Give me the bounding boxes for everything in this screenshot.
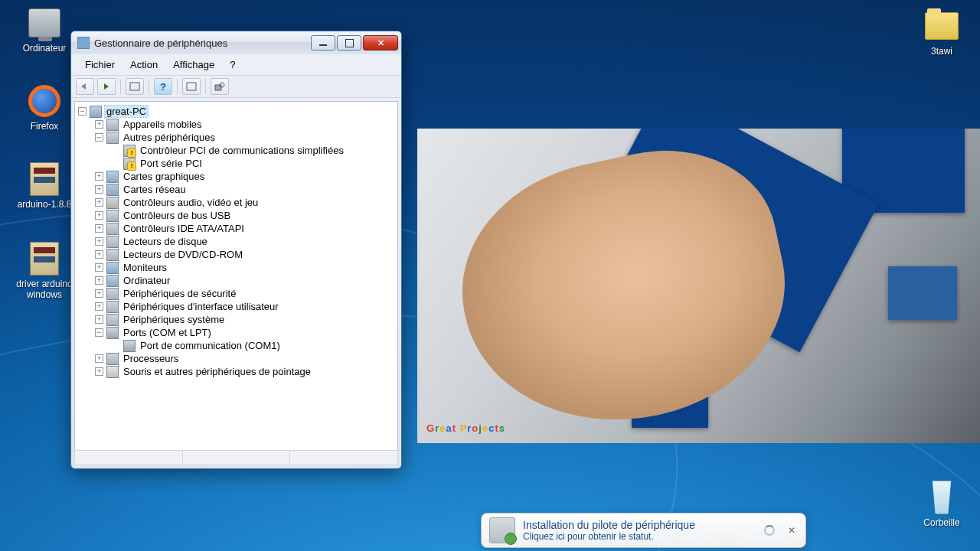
menu-fichier[interactable]: Fichier: [77, 57, 122, 72]
device-icon: [123, 145, 136, 157]
tree-node[interactable]: Port série PCI: [75, 157, 397, 170]
toolbar-forward-button[interactable]: [97, 78, 116, 95]
window-title: Gestionnaire de périphériques: [94, 37, 309, 49]
properties-icon: [186, 82, 197, 91]
device-tree[interactable]: –great-PC+Appareils mobiles–Autres périp…: [74, 101, 398, 452]
collapse-icon[interactable]: –: [95, 328, 103, 337]
device-icon: [106, 119, 119, 131]
device-icon: [106, 288, 119, 300]
archive-icon: [30, 242, 59, 276]
window-icon: [77, 37, 90, 49]
tree-spacer: [112, 146, 120, 155]
desktop-icon-computer[interactable]: Ordinateur: [14, 5, 75, 54]
video-overlay: Great Projects: [417, 129, 980, 443]
menu-help[interactable]: ?: [222, 57, 243, 72]
archive-icon: [30, 162, 59, 196]
toolbar-separator: [149, 79, 149, 94]
expand-icon[interactable]: +: [95, 198, 103, 207]
expand-icon[interactable]: +: [95, 120, 103, 129]
svg-rect-2: [215, 85, 221, 90]
toolbar-properties-button[interactable]: [182, 78, 201, 95]
tree-node[interactable]: +Périphériques d'interface utilisateur: [75, 300, 397, 313]
desktop-icon-label: arduino-1.8.8: [18, 199, 72, 210]
device-icon: [123, 340, 136, 352]
expand-icon[interactable]: +: [95, 354, 103, 363]
menu-action[interactable]: Action: [122, 57, 165, 72]
desktop-icon-recycle-bin[interactable]: Corbeille: [911, 479, 972, 528]
expand-icon[interactable]: +: [95, 367, 103, 376]
desktop-icon-firefox[interactable]: Firefox: [14, 83, 75, 132]
tree-node[interactable]: +Processeurs: [75, 352, 397, 365]
expand-icon[interactable]: +: [95, 211, 103, 220]
tree-node[interactable]: +Cartes graphiques: [75, 170, 397, 183]
titlebar[interactable]: Gestionnaire de périphériques: [71, 31, 401, 54]
tree-node[interactable]: +Lecteurs de disque: [75, 235, 397, 248]
balloon-heading: Installation du pilote de périphérique: [523, 519, 756, 531]
menu-affichage[interactable]: Affichage: [165, 57, 222, 72]
tree-node-label: Cartes graphiques: [122, 171, 206, 182]
maximize-button[interactable]: [337, 35, 361, 51]
tree-node[interactable]: Contrôleur PCI de communications simplif…: [75, 144, 397, 157]
expand-icon[interactable]: +: [95, 276, 103, 285]
device-icon: [106, 132, 119, 144]
svg-rect-0: [130, 83, 139, 90]
tree-node[interactable]: +Contrôleurs IDE ATA/ATAPI: [75, 222, 397, 235]
collapse-icon[interactable]: –: [78, 107, 87, 116]
desktop-icon-folder-3tawi[interactable]: 3tawi: [911, 8, 972, 57]
device-icon: [106, 301, 119, 313]
device-icon: [106, 197, 119, 209]
toolbar-scan-button[interactable]: [211, 78, 229, 95]
tree-node[interactable]: +Ordinateur: [75, 274, 397, 287]
collapse-icon[interactable]: –: [95, 133, 103, 142]
tree-node[interactable]: Port de communication (COM1): [75, 339, 397, 352]
tree-node[interactable]: –Ports (COM et LPT): [75, 326, 397, 339]
expand-icon[interactable]: +: [95, 250, 103, 259]
expand-icon[interactable]: +: [95, 237, 103, 246]
expand-icon[interactable]: +: [95, 185, 103, 194]
desktop-icon-driver[interactable]: driver arduino windows: [9, 240, 80, 300]
desktop-icon-label: 3tawi: [931, 46, 952, 57]
toolbar-back-button[interactable]: [76, 78, 94, 95]
toolbar-help-button[interactable]: ?: [154, 78, 172, 95]
tree-node[interactable]: +Contrôleurs audio, vidéo et jeu: [75, 196, 397, 209]
toolbar-show-hidden-button[interactable]: [126, 78, 144, 95]
tree-node[interactable]: +Souris et autres périphériques de point…: [75, 365, 397, 378]
tree-node[interactable]: –great-PC: [75, 105, 397, 118]
balloon-close-button[interactable]: ✕: [786, 524, 798, 536]
tree-node-label: Lecteurs de DVD/CD-ROM: [122, 249, 244, 260]
device-icon: [106, 314, 119, 326]
tree-node[interactable]: +Contrôleurs de bus USB: [75, 209, 397, 222]
expand-icon[interactable]: +: [95, 263, 103, 272]
tree-node-label: Périphériques système: [122, 314, 226, 325]
expand-icon[interactable]: +: [95, 224, 103, 233]
desktop-icon-label: driver arduino windows: [9, 279, 80, 300]
tree-node[interactable]: +Cartes réseau: [75, 183, 397, 196]
tree-node[interactable]: +Appareils mobiles: [75, 118, 397, 131]
tree-node[interactable]: +Périphériques de sécurité: [75, 287, 397, 300]
desktop-icon-arduino[interactable]: arduino-1.8.8: [9, 161, 80, 210]
expand-icon[interactable]: +: [95, 172, 103, 181]
tree-node[interactable]: –Autres périphériques: [75, 131, 397, 144]
circuit-board: [888, 266, 957, 320]
tree-spacer: [112, 159, 120, 168]
close-button[interactable]: [363, 35, 398, 51]
tree-node-label: Souris et autres périphériques de pointa…: [122, 366, 312, 377]
device-icon: [106, 275, 119, 287]
expand-icon[interactable]: +: [95, 302, 103, 311]
tree-node[interactable]: +Moniteurs: [75, 261, 397, 274]
minimize-button[interactable]: [311, 35, 335, 51]
device-icon: [106, 353, 119, 365]
tree-node[interactable]: +Périphériques système: [75, 313, 397, 326]
arrow-right-icon: [101, 83, 112, 90]
driver-install-balloon[interactable]: Installation du pilote de périphérique C…: [481, 513, 806, 548]
tree-node[interactable]: +Lecteurs de DVD/CD-ROM: [75, 248, 397, 261]
expand-icon[interactable]: +: [95, 289, 103, 298]
device-icon: [106, 327, 119, 339]
menubar: Fichier Action Affichage ?: [71, 54, 401, 75]
balloon-subtext: Cliquez ici pour obtenir le statut.: [523, 531, 756, 542]
device-manager-window: Gestionnaire de périphériques Fichier Ac…: [70, 31, 402, 469]
toolbar-separator: [177, 79, 178, 94]
tree-node-label: Port de communication (COM1): [139, 340, 282, 351]
expand-icon[interactable]: +: [95, 315, 103, 324]
device-icon: [106, 184, 119, 196]
